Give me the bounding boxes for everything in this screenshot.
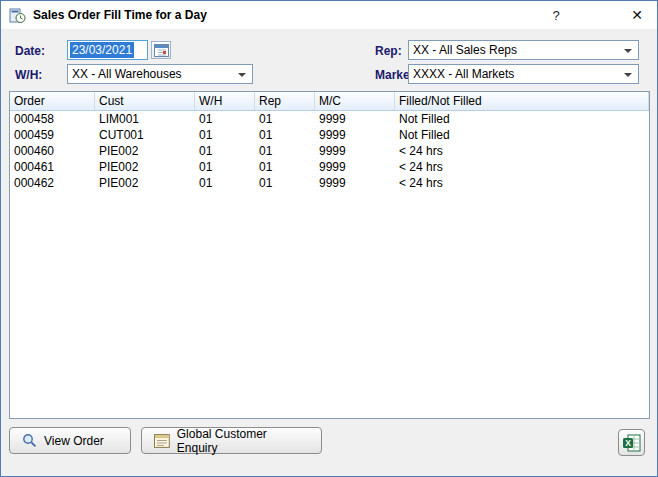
cell-wh: 01 [195,176,255,190]
title-bar: Sales Order Fill Time for a Day ? ✕ [1,1,657,29]
cell-cust: CUT001 [95,128,195,142]
date-value: 23/03/2021 [70,42,134,58]
export-to-excel-button[interactable]: X [618,429,645,456]
warehouse-label: W/H: [15,68,42,82]
cell-mc: 9999 [315,112,395,126]
cell-rep: 01 [255,112,315,126]
date-input[interactable]: 23/03/2021 [67,40,148,60]
warehouse-selected-value: XX - All Warehouses [72,67,182,81]
rep-select[interactable]: XX - All Sales Reps [408,40,639,60]
magnifier-icon [22,433,37,448]
cell-mc: 9999 [315,128,395,142]
header-cust[interactable]: Cust [95,92,195,110]
cell-filled: Not Filled [395,128,649,142]
global-customer-enquiry-label: Global Customer Enquiry [177,427,309,455]
cell-mc: 9999 [315,144,395,158]
date-label: Date: [15,44,45,58]
cell-filled: < 24 hrs [395,176,649,190]
cell-cust: PIE002 [95,176,195,190]
view-order-button[interactable]: View Order [9,427,131,454]
chevron-down-icon [624,73,632,77]
chevron-down-icon [624,49,632,53]
cell-filled: Not Filled [395,112,649,126]
header-mc[interactable]: M/C [315,92,395,110]
global-customer-enquiry-button[interactable]: Global Customer Enquiry [141,427,322,454]
cell-wh: 01 [195,128,255,142]
warehouse-select[interactable]: XX - All Warehouses [67,64,253,84]
calendar-icon [154,43,169,57]
cell-rep: 01 [255,160,315,174]
cell-order: 000462 [10,176,95,190]
dialog-content: Date: 23/03/2021 Rep: XX - All Sales Rep… [1,29,657,476]
table-row[interactable]: 000458 LIM001 01 01 9999 Not Filled [10,111,649,127]
header-wh[interactable]: W/H [195,92,255,110]
excel-export-icon: X [623,434,641,452]
cell-cust: PIE002 [95,144,195,158]
cell-order: 000458 [10,112,95,126]
table-header: Order Cust W/H Rep M/C Filled/Not Filled [10,92,649,111]
market-select[interactable]: XXXX - All Markets [408,64,639,84]
cell-rep: 01 [255,128,315,142]
view-order-label: View Order [44,434,104,448]
help-button[interactable]: ? [547,8,565,23]
app-icon [9,7,26,24]
table-row[interactable]: 000460 PIE002 01 01 9999 < 24 hrs [10,143,649,159]
market-selected-value: XXXX - All Markets [413,67,514,81]
chevron-down-icon [238,73,246,77]
cell-order: 000460 [10,144,95,158]
cell-order: 000459 [10,128,95,142]
svg-text:X: X [625,438,631,448]
enquiry-window-icon [154,434,170,448]
window-title: Sales Order Fill Time for a Day [33,8,207,22]
table-row[interactable]: 000461 PIE002 01 01 9999 < 24 hrs [10,159,649,175]
orders-table: Order Cust W/H Rep M/C Filled/Not Filled… [9,91,650,419]
cell-filled: < 24 hrs [395,160,649,174]
rep-selected-value: XX - All Sales Reps [413,43,517,57]
header-order[interactable]: Order [10,92,95,110]
dialog-window: Sales Order Fill Time for a Day ? ✕ Date… [0,0,658,477]
cell-mc: 9999 [315,160,395,174]
cell-wh: 01 [195,160,255,174]
cell-mc: 9999 [315,176,395,190]
cell-cust: LIM001 [95,112,195,126]
cell-filled: < 24 hrs [395,144,649,158]
cell-wh: 01 [195,144,255,158]
cell-wh: 01 [195,112,255,126]
table-row[interactable]: 000459 CUT001 01 01 9999 Not Filled [10,127,649,143]
cell-rep: 01 [255,176,315,190]
rep-label: Rep: [375,44,402,58]
cell-cust: PIE002 [95,160,195,174]
cell-rep: 01 [255,144,315,158]
close-button[interactable]: ✕ [627,7,647,23]
calendar-button[interactable] [151,41,171,59]
header-rep[interactable]: Rep [255,92,315,110]
table-row[interactable]: 000462 PIE002 01 01 9999 < 24 hrs [10,175,649,191]
header-filled[interactable]: Filled/Not Filled [395,92,649,110]
cell-order: 000461 [10,160,95,174]
